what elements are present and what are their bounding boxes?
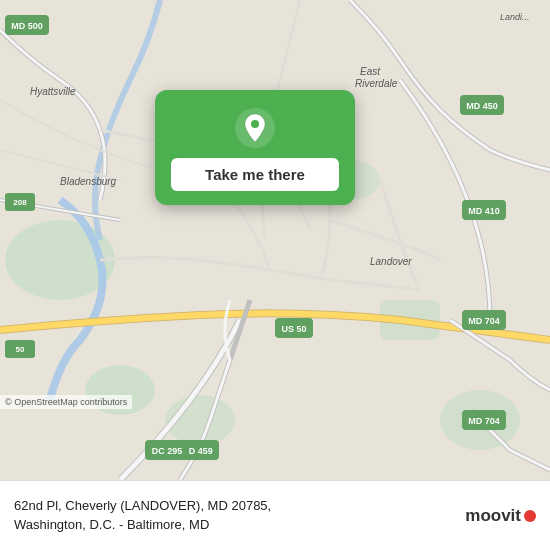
svg-text:MD 704: MD 704 xyxy=(468,416,500,426)
svg-text:Bladensburg: Bladensburg xyxy=(60,176,117,187)
svg-text:Landi...: Landi... xyxy=(500,12,530,22)
svg-text:MD 450: MD 450 xyxy=(466,101,498,111)
moovit-logo-text: moovit xyxy=(465,506,521,526)
location-pin-icon xyxy=(235,108,275,148)
take-me-there-button[interactable]: Take me there xyxy=(171,158,339,191)
map-popup: Take me there xyxy=(155,90,355,205)
bottom-bar: 62nd Pl, Cheverly (LANDOVER), MD 20785, … xyxy=(0,480,550,550)
svg-text:MD 410: MD 410 xyxy=(468,206,500,216)
svg-point-34 xyxy=(251,120,259,128)
svg-text:208: 208 xyxy=(13,198,27,207)
svg-text:US 50: US 50 xyxy=(281,324,306,334)
svg-text:Hyattsville: Hyattsville xyxy=(30,86,76,97)
svg-text:50: 50 xyxy=(16,345,25,354)
address-text: 62nd Pl, Cheverly (LANDOVER), MD 20785, … xyxy=(14,497,455,533)
moovit-logo-dot xyxy=(524,510,536,522)
map-container: MD 500 MD 450 MD 410 MD 704 MD 704 MD 45… xyxy=(0,0,550,480)
svg-text:Landover: Landover xyxy=(370,256,412,267)
svg-text:MD 704: MD 704 xyxy=(468,316,500,326)
svg-text:Riverdale: Riverdale xyxy=(355,78,398,89)
moovit-logo: moovit xyxy=(465,506,536,526)
svg-text:East: East xyxy=(360,66,381,77)
svg-text:MD 500: MD 500 xyxy=(11,21,43,31)
osm-attribution: © OpenStreetMap contributors xyxy=(0,395,132,409)
svg-text:DC 295: DC 295 xyxy=(152,446,183,456)
